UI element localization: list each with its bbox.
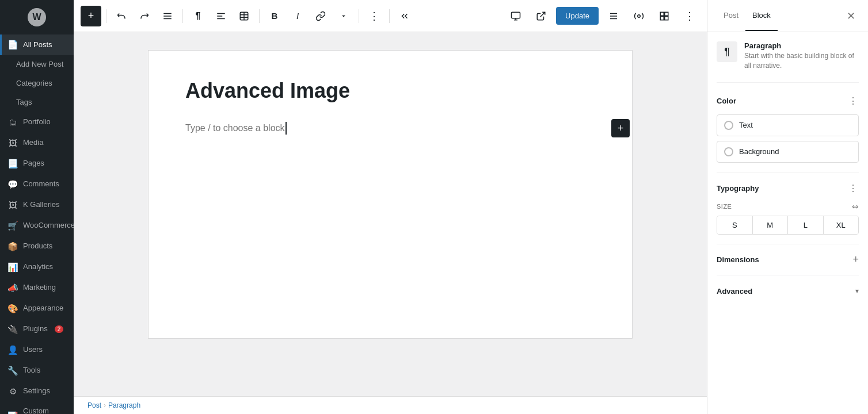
sidebar-item-woocommerce[interactable]: 🛒 WooCommerce [0,216,74,236]
typography-more-button[interactable]: ⋮ [847,182,859,195]
size-l-button[interactable]: L [788,216,824,234]
bold-button[interactable]: B [264,6,285,26]
sidebar-item-tools[interactable]: 🔧 Tools [0,361,74,381]
size-xl-button[interactable]: XL [824,216,859,234]
custom-fields-icon: 📝 [7,411,18,414]
undo-button[interactable] [111,6,132,26]
collapse-sidebar-button[interactable] [394,6,415,26]
sidebar-label: Marketing [23,283,56,293]
breadcrumb-post[interactable]: Post [87,401,101,409]
sidebar-item-marketing[interactable]: 📣 Marketing [0,278,74,298]
advanced-chevron-icon: ▾ [855,287,859,295]
size-settings-button[interactable]: ⇔ [852,202,859,211]
close-panel-button[interactable]: ✕ [843,8,859,24]
main-area: + ¶ B I ⋮ [74,0,707,414]
color-section-title: Color [717,97,736,105]
typography-section-header: Typography ⋮ [717,182,859,195]
advanced-section: Advanced ▾ [717,285,859,298]
dimensions-title: Dimensions [717,255,759,264]
advanced-title: Advanced [717,287,752,296]
dropdown-button[interactable] [333,6,354,26]
background-color-radio[interactable] [724,147,733,156]
sidebar-item-all-posts[interactable]: 📄 All Posts [0,34,74,55]
add-block-inline-button[interactable]: + [611,119,630,137]
toolbar-separator-2 [182,9,183,23]
post-settings-button[interactable] [603,6,624,26]
svg-rect-22 [660,16,664,20]
sidebar-item-categories[interactable]: Categories [0,74,74,93]
dimensions-section: Dimensions + [717,254,859,266]
block-panel-button[interactable] [654,6,675,26]
text-cursor [285,122,287,135]
tab-post[interactable]: Post [717,1,745,31]
plugins-badge: 2 [55,325,64,333]
sidebar-item-settings[interactable]: ⚙ Settings [0,381,74,402]
typography-section: Typography ⋮ SIZE ⇔ S M L XL [717,182,859,235]
sidebar-item-users[interactable]: 👤 Users [0,340,74,361]
sidebar-item-k-galleries[interactable]: 🖼 K Galleries [0,195,74,216]
sidebar-label: Products [23,241,52,251]
tab-block[interactable]: Block [745,1,778,31]
list-view-button[interactable] [157,6,178,26]
toolbar-separator-4 [359,9,359,23]
sidebar-item-pages[interactable]: 📃 Pages [0,154,74,174]
size-m-button[interactable]: M [753,216,789,234]
color-section-more-button[interactable]: ⋮ [847,94,859,108]
sidebar-item-appearance[interactable]: 🎨 Appearance [0,298,74,319]
table-button[interactable] [234,6,254,26]
sidebar-item-plugins[interactable]: 🔌 Plugins 2 [0,319,74,340]
sidebar-label: Comments [23,179,59,189]
block-details: Paragraph Start with the basic building … [744,41,859,71]
more-options-button[interactable]: ⋮ [364,6,384,26]
advanced-section-header[interactable]: Advanced ▾ [717,285,859,298]
svg-rect-21 [665,12,668,16]
block-info-section: ¶ Paragraph Start with the basic buildin… [717,41,859,83]
breadcrumb-paragraph[interactable]: Paragraph [108,401,140,409]
size-label: SIZE ⇔ [717,202,859,211]
sidebar-label: Categories [16,79,52,89]
toolbar-right: Update ⋮ [505,6,700,26]
color-section-header: Color ⋮ [717,94,859,108]
sidebar-label: Pages [23,159,44,168]
sidebar-item-comments[interactable]: 💬 Comments [0,174,74,195]
plugins-icon: 🔌 [7,324,18,335]
panel-header: Post Block ✕ [707,0,868,32]
tools-panel-button[interactable] [629,6,649,26]
woo-icon: 🛒 [7,220,18,232]
italic-button[interactable]: I [287,6,308,26]
align-left-button[interactable] [211,6,231,26]
toolbar-separator-1 [106,9,106,23]
editor-toolbar: + ¶ B I ⋮ [74,0,707,32]
editor-area: Advanced Image Type / to choose a block … [74,32,707,396]
analytics-icon: 📊 [7,262,18,273]
add-block-toolbar-button[interactable]: + [81,6,101,26]
update-button[interactable]: Update [556,7,599,25]
sidebar-item-add-new-post[interactable]: Add New Post [0,55,74,74]
sidebar-item-custom-fields[interactable]: 📝 Custom Fields [0,402,74,414]
link-button[interactable] [310,6,331,26]
sidebar-item-products[interactable]: 📦 Products [0,236,74,257]
typography-size-control: SIZE ⇔ S M L XL [717,202,859,235]
sidebar-item-analytics[interactable]: 📊 Analytics [0,257,74,278]
sidebar-label: Custom Fields [23,407,67,414]
add-dimension-button[interactable]: + [852,254,859,266]
sidebar-item-media[interactable]: 🖼 Media [0,133,74,154]
tools-icon: 🔧 [7,365,18,377]
more-menu-button[interactable]: ⋮ [679,6,700,26]
size-s-button[interactable]: S [717,216,753,234]
sidebar-label: Appearance [23,304,63,313]
block-placeholder[interactable]: Type / to choose a block + [185,117,595,140]
color-text-option[interactable]: Text [717,114,859,136]
sidebar-label: Plugins [23,324,48,334]
block-description: Start with the basic building block of a… [744,51,859,71]
sidebar-item-portfolio[interactable]: 🗂 Portfolio [0,112,74,133]
external-link-button[interactable] [531,6,551,26]
paragraph-style-button[interactable]: ¶ [188,6,208,26]
editor-canvas: Advanced Image Type / to choose a block … [149,51,632,338]
text-color-radio[interactable] [724,121,733,130]
redo-button[interactable] [134,6,155,26]
color-background-option[interactable]: Background [717,141,859,163]
view-desktop-button[interactable] [505,6,526,26]
typography-title: Typography [717,184,759,193]
sidebar-item-tags[interactable]: Tags [0,93,74,112]
